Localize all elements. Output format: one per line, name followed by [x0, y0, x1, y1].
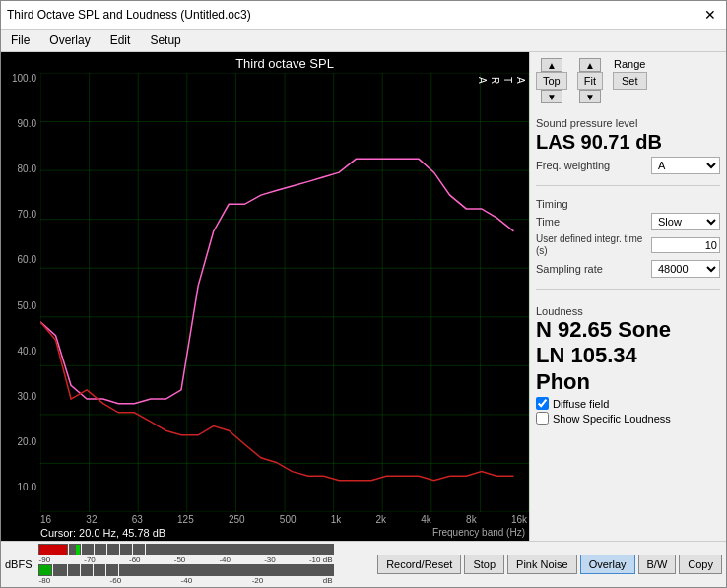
scale-neg70: -70 [84, 555, 96, 564]
freq-weighting-label: Freq. weighting [536, 160, 651, 171]
sampling-rate-select[interactable]: 48000 44100 96000 [651, 260, 720, 278]
show-specific-checkbox[interactable] [536, 412, 549, 425]
fit-down-arrow[interactable]: ▼ [579, 90, 601, 103]
bw-button[interactable]: B/W [638, 555, 677, 574]
top-up-arrow[interactable]: ▲ [541, 58, 562, 72]
timing-section-label: Timing [536, 198, 720, 210]
diffuse-field-row: Diffuse field [536, 397, 720, 410]
y-label-6: 50.0 [5, 300, 36, 311]
dbfs-label: dBFS [5, 558, 33, 570]
meter-seg-dark1 [69, 544, 81, 555]
loudness-phon: Phon [536, 369, 720, 395]
x-axis-title: Frequency band (Hz) [432, 527, 525, 539]
spl-value: LAS 90.71 dB [536, 131, 720, 154]
spl-section-label: Sound pressure level [536, 117, 720, 129]
x-label-16k: 16k [511, 514, 527, 525]
meter-dark-b6 [119, 564, 334, 576]
y-label-4: 70.0 [5, 209, 36, 220]
x-axis: 16 32 63 125 250 500 1k 2k 4k 8k 16k [1, 512, 529, 525]
y-axis: 100.0 90.0 80.0 70.0 60.0 50.0 40.0 30.0… [1, 73, 40, 512]
show-specific-row: Show Specific Loudness [536, 412, 720, 425]
chart-canvas[interactable] [40, 73, 529, 512]
show-specific-label: Show Specific Loudness [553, 413, 671, 425]
scale-neg30: -30 [264, 555, 276, 564]
loudness-section: Loudness N 92.65 Sone LN 105.34 Phon Dif… [536, 301, 720, 426]
meter-scale-bot: -80 -60 -40 -20 dB [38, 576, 334, 585]
time-select[interactable]: Slow Fast Impulse [651, 213, 720, 230]
timing-section: Timing Time Slow Fast Impulse User defin… [536, 194, 720, 281]
meter-dark-b5 [106, 564, 118, 576]
copy-button[interactable]: Copy [679, 555, 722, 574]
freq-weighting-row: Freq. weighting A C Z [536, 157, 720, 174]
y-label-8: 30.0 [5, 391, 36, 402]
y-label-top: 100.0 [5, 73, 36, 84]
y-label-2: 90.0 [5, 118, 36, 129]
x-label-2k: 2k [376, 514, 387, 525]
freq-weighting-select[interactable]: A C Z [651, 157, 720, 174]
level-meter: -90 -70 -60 -50 -40 -30 -10 dB -80 [38, 544, 334, 585]
x-label-32: 32 [86, 514, 97, 525]
loudness-section-label: Loudness [536, 305, 720, 317]
top-down-arrow[interactable]: ▼ [541, 90, 562, 103]
menu-setup[interactable]: Setup [146, 32, 184, 49]
scale-bot-neg60: -60 [110, 576, 122, 585]
diffuse-field-label: Diffuse field [553, 398, 609, 410]
scale-neg10: -10 dB [309, 555, 333, 564]
menu-file[interactable]: File [7, 32, 33, 49]
range-block: Range Set [613, 58, 647, 103]
bottom-buttons: Record/Reset Stop Pink Noise Overlay B/W… [377, 555, 722, 574]
close-button[interactable]: ✕ [700, 5, 720, 25]
overlay-button[interactable]: Overlay [580, 555, 635, 574]
scale-neg50: -50 [174, 555, 186, 564]
meter-seg-dark5 [120, 544, 132, 555]
meter-bot [38, 564, 334, 576]
x-label-1k: 1k [331, 514, 342, 525]
fit-up-arrow[interactable]: ▲ [579, 58, 601, 72]
divider-2 [536, 289, 720, 290]
scale-bot-neg80: -80 [39, 576, 51, 585]
user-defined-row: User defined integr. time (s) [536, 233, 720, 257]
y-label-7: 40.0 [5, 346, 36, 357]
x-label-500: 500 [280, 514, 297, 525]
meter-dark-b4 [94, 564, 105, 576]
chart-plot[interactable]: ARTA [40, 73, 529, 512]
x-label-125: 125 [177, 514, 194, 525]
y-label-3: 80.0 [5, 163, 36, 174]
sampling-rate-label: Sampling rate [536, 263, 651, 275]
x-label-16: 16 [40, 514, 51, 525]
main-window: Third Octave SPL and Loudness (Untitled.… [0, 0, 727, 588]
cursor-info: Cursor: 20.0 Hz, 45.78 dB [40, 527, 165, 539]
scale-neg90: -90 [39, 555, 51, 564]
sampling-rate-row: Sampling rate 48000 44100 96000 [536, 260, 720, 278]
time-row: Time Slow Fast Impulse [536, 213, 720, 230]
user-defined-input[interactable] [651, 237, 720, 253]
diffuse-field-checkbox[interactable] [536, 397, 549, 410]
meter-seg-dark6 [133, 544, 145, 555]
meter-seg-red1 [38, 544, 68, 555]
bottom-bar: dBFS -90 -70 -60 -50 [1, 541, 726, 587]
menu-overlay[interactable]: Overlay [45, 32, 94, 49]
top-nav-block: ▲ Top ▼ [536, 58, 567, 103]
set-button[interactable]: Set [613, 72, 647, 90]
y-label-9: 20.0 [5, 436, 36, 447]
chart-area: Third octave SPL 100.0 90.0 80.0 70.0 60… [1, 52, 529, 541]
chart-footer: Cursor: 20.0 Hz, 45.78 dB Frequency band… [1, 525, 529, 541]
y-label-bot: 10.0 [5, 482, 36, 492]
x-label-250: 250 [229, 514, 245, 525]
fit-nav-block: ▲ Fit ▼ [577, 58, 603, 103]
stop-button[interactable]: Stop [464, 555, 504, 574]
scale-bot-neg20: -20 [252, 576, 264, 585]
divider-1 [536, 185, 720, 186]
menu-edit[interactable]: Edit [106, 32, 135, 49]
chart-body: 100.0 90.0 80.0 70.0 60.0 50.0 40.0 30.0… [1, 73, 529, 512]
pink-noise-button[interactable]: Pink Noise [507, 555, 577, 574]
fit-label[interactable]: Fit [577, 72, 603, 90]
x-label-63: 63 [132, 514, 143, 525]
window-title: Third Octave SPL and Loudness (Untitled.… [7, 8, 251, 22]
meter-dark-b3 [81, 564, 93, 576]
range-label: Range [614, 58, 645, 70]
record-reset-button[interactable]: Record/Reset [377, 555, 461, 574]
top-label[interactable]: Top [536, 72, 567, 90]
meter-scale-top: -90 -70 -60 -50 -40 -30 -10 dB [38, 555, 334, 564]
meter-green1 [38, 564, 52, 576]
